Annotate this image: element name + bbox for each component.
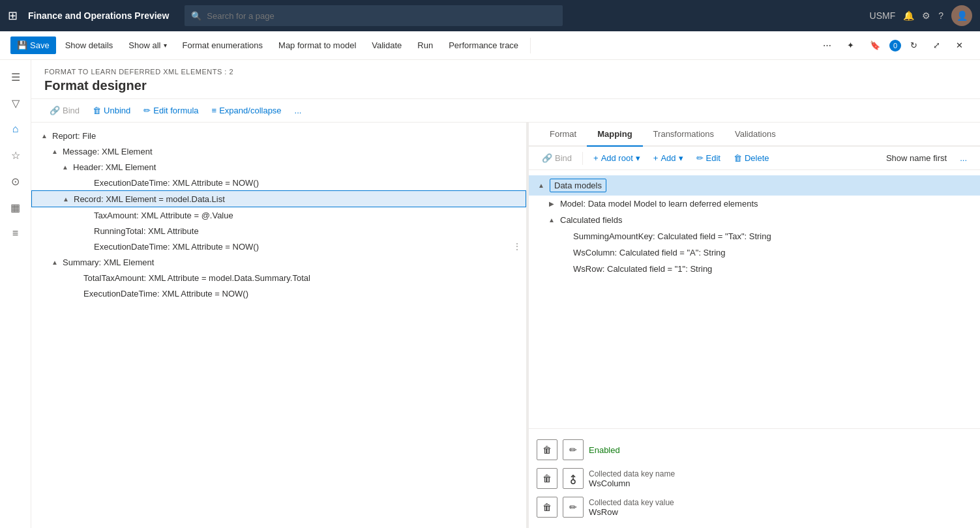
toolbar-more-button[interactable]: ... bbox=[290, 103, 307, 118]
model-tree-item-calcfields[interactable]: ▲ Calculated fields bbox=[529, 212, 980, 228]
performance-trace-button[interactable]: Performance trace bbox=[442, 37, 525, 54]
bell-icon[interactable]: 🔔 bbox=[903, 10, 914, 21]
new-window-button[interactable]: ⤢ bbox=[927, 37, 947, 54]
format-enumerations-button[interactable]: Format enumerations bbox=[176, 37, 270, 54]
edit-keyvalue-button[interactable]: ✏ bbox=[563, 497, 584, 518]
tree-item-runningtotal[interactable]: RunningTotal: XML Attribute bbox=[31, 223, 526, 239]
show-all-chevron-icon: ▾ bbox=[164, 42, 167, 49]
home-icon[interactable]: ⌂ bbox=[4, 117, 27, 141]
tab-format[interactable]: Format bbox=[539, 123, 587, 147]
page-header: FORMAT TO LEARN DEFERRED XML ELEMENTS : … bbox=[31, 60, 980, 99]
filter-icon[interactable]: ▽ bbox=[4, 91, 27, 115]
toggle-taxamount bbox=[81, 210, 91, 220]
delete-keyname-button[interactable]: 🗑 bbox=[537, 468, 557, 489]
hamburger-menu-icon[interactable]: ☰ bbox=[4, 65, 27, 89]
toggle-datamodels[interactable]: ▲ bbox=[537, 181, 546, 190]
formula-icon: ✏ bbox=[143, 106, 151, 115]
avatar[interactable]: 👤 bbox=[951, 5, 972, 26]
show-name-first-button[interactable]: Show name first bbox=[881, 151, 952, 166]
tree-item-execdt1[interactable]: ExecutionDateTime: XML Attribute = NOW() bbox=[31, 175, 526, 190]
tree-item-execdt2[interactable]: ExecutionDateTime: XML Attribute = NOW()… bbox=[31, 239, 526, 254]
tree-item-execdt3[interactable]: ExecutionDateTime: XML Attribute = NOW() bbox=[31, 286, 526, 301]
close-button[interactable]: ✕ bbox=[949, 37, 970, 54]
help-icon[interactable]: ? bbox=[938, 10, 943, 21]
tree-item-report[interactable]: ▲ Report: File bbox=[31, 128, 526, 143]
bottom-row-enabled: 🗑 ✏ Enabled bbox=[537, 435, 972, 464]
app-title: Finance and Operations Preview bbox=[28, 10, 169, 21]
right-more-button[interactable]: ... bbox=[955, 151, 972, 166]
bind-button[interactable]: 🔗 Bind bbox=[44, 103, 85, 118]
tree-item-record[interactable]: ▲ Record: XML Element = model.Data.List bbox=[31, 190, 526, 207]
calendar-icon[interactable]: ▦ bbox=[4, 196, 27, 219]
gear-icon[interactable]: ⚙ bbox=[922, 10, 930, 21]
right-bind-button[interactable]: 🔗 Bind bbox=[537, 151, 577, 166]
bookmark-button[interactable]: 🔖 bbox=[863, 37, 887, 54]
plus-icon: + bbox=[593, 153, 599, 163]
star-icon[interactable]: ☆ bbox=[4, 143, 27, 167]
add-root-button[interactable]: + Add root ▾ bbox=[588, 151, 646, 166]
show-details-button[interactable]: Show details bbox=[59, 37, 120, 54]
add-chevron: ▾ bbox=[679, 153, 683, 163]
right-delete-button[interactable]: 🗑 Delete bbox=[728, 151, 775, 166]
search-input[interactable] bbox=[207, 11, 556, 21]
delete-enabled-button[interactable]: 🗑 bbox=[537, 439, 557, 460]
tab-validations[interactable]: Validations bbox=[724, 123, 786, 147]
refresh-button[interactable]: ↻ bbox=[904, 37, 924, 54]
top-right-icons: USMF 🔔 ⚙ ? 👤 bbox=[870, 5, 972, 26]
tab-mapping[interactable]: Mapping bbox=[587, 123, 642, 147]
toggle-header[interactable]: ▲ bbox=[60, 162, 70, 172]
list-icon[interactable]: ≡ bbox=[4, 222, 27, 245]
tree-item-totaltax[interactable]: TotalTaxAmount: XML Attribute = model.Da… bbox=[31, 270, 526, 286]
keyname-field: Collected data key name WsColumn bbox=[589, 469, 675, 488]
toggle-model[interactable]: ▶ bbox=[547, 199, 556, 209]
validate-button[interactable]: Validate bbox=[365, 37, 408, 54]
tree-item-message[interactable]: ▲ Message: XML Element bbox=[31, 143, 526, 159]
tree-item-summary[interactable]: ▲ Summary: XML Element bbox=[31, 254, 526, 270]
page-title: Format designer bbox=[44, 78, 967, 93]
run-button[interactable]: Run bbox=[411, 37, 439, 54]
breadcrumb: FORMAT TO LEARN DEFERRED XML ELEMENTS : … bbox=[44, 68, 967, 76]
tree-item-taxamount[interactable]: TaxAmount: XML Attribute = @.Value bbox=[31, 207, 526, 223]
save-icon: 💾 bbox=[17, 40, 27, 50]
split-pane: ▲ Report: File ▲ Message: XML Element ▲ … bbox=[31, 123, 980, 528]
cmd-separator bbox=[530, 38, 531, 53]
link-icon: 🔗 bbox=[50, 106, 60, 115]
model-tree-item-datamodels[interactable]: ▲ Data models bbox=[529, 175, 980, 196]
toggle-execdt1 bbox=[81, 177, 91, 188]
right-edit-button[interactable]: ✏ Edit bbox=[691, 151, 726, 166]
toggle-calcfields[interactable]: ▲ bbox=[547, 216, 556, 225]
edit-enabled-button[interactable]: ✏ bbox=[563, 439, 584, 460]
tab-transformations[interactable]: Transformations bbox=[643, 123, 724, 147]
model-tree-item-model[interactable]: ▶ Model: Data model Model to learn defer… bbox=[529, 196, 980, 212]
model-tree-item-wsrow[interactable]: WsRow: Calculated field = "1": String bbox=[529, 261, 980, 277]
unbind-button[interactable]: 🗑 Unbind bbox=[87, 103, 136, 118]
clock-icon[interactable]: ⊙ bbox=[4, 169, 27, 193]
app-grid-icon[interactable]: ⊞ bbox=[8, 8, 18, 23]
toggle-record[interactable]: ▲ bbox=[61, 194, 71, 204]
expand-collapse-button[interactable]: ≡ Expand/collapse bbox=[207, 103, 287, 118]
more-button[interactable]: ⋯ bbox=[816, 37, 838, 54]
show-all-button[interactable]: Show all ▾ bbox=[122, 37, 173, 54]
pin-button[interactable]: ✦ bbox=[840, 37, 861, 54]
search-bar[interactable]: 🔍 bbox=[185, 5, 563, 26]
side-icons: ☰ ▽ ⌂ ☆ ⊙ ▦ ≡ bbox=[0, 60, 31, 528]
format-tree-pane: ▲ Report: File ▲ Message: XML Element ▲ … bbox=[31, 123, 527, 528]
toggle-message[interactable]: ▲ bbox=[50, 146, 60, 156]
tabs: Format Mapping Transformations Validatio… bbox=[529, 123, 980, 147]
right-link-icon: 🔗 bbox=[542, 153, 552, 163]
model-tree-item-wscolumn[interactable]: WsColumn: Calculated field = "A": String bbox=[529, 244, 980, 261]
tree-item-header[interactable]: ▲ Header: XML Element bbox=[31, 159, 526, 175]
toggle-report[interactable]: ▲ bbox=[39, 130, 50, 141]
toggle-summary[interactable]: ▲ bbox=[50, 257, 60, 267]
delete-keyvalue-button[interactable]: 🗑 bbox=[537, 497, 557, 518]
save-button[interactable]: 💾 Save bbox=[10, 37, 56, 54]
keyvalue-field: Collected data key value WsRow bbox=[589, 498, 674, 517]
model-tree-item-summingkey[interactable]: SummingAmountKey: Calculated field = "Ta… bbox=[529, 228, 980, 244]
edit-keyname-button[interactable] bbox=[563, 468, 584, 489]
enabled-value: Enabled bbox=[589, 445, 620, 455]
add-button[interactable]: + Add ▾ bbox=[648, 151, 689, 166]
right-pane-toolbar: 🔗 Bind + Add root ▾ + Add ▾ bbox=[529, 147, 980, 170]
map-format-to-model-button[interactable]: Map format to model bbox=[272, 37, 363, 54]
model-tree: ▲ Data models ▶ Model: Data model Model … bbox=[529, 170, 980, 428]
edit-formula-button[interactable]: ✏ Edit formula bbox=[138, 103, 203, 118]
